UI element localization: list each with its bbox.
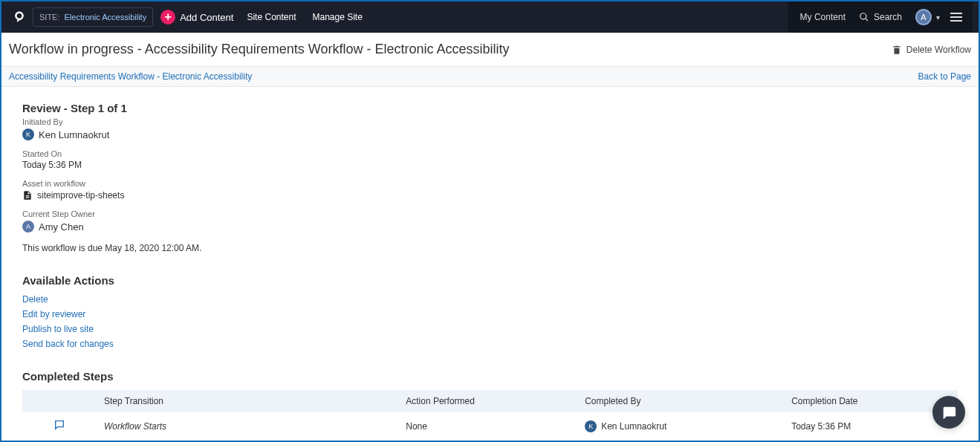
site-prefix: SITE: — [39, 13, 60, 22]
col-action: Action Performed — [398, 390, 577, 412]
topbar: SITE: Electronic Accessibility + Add Con… — [1, 1, 979, 33]
chevron-down-icon[interactable]: ▾ — [936, 13, 940, 22]
search-label: Search — [874, 12, 902, 22]
due-text: This workflow is due May 18, 2020 12:00 … — [22, 243, 958, 253]
completed-steps: Completed Steps Step Transition Action P… — [22, 370, 958, 438]
owner-name: Amy Chen — [39, 221, 84, 233]
hamburger-menu[interactable] — [947, 10, 965, 25]
actions-heading: Available Actions — [22, 274, 958, 287]
nav-site-content[interactable]: Site Content — [247, 12, 296, 22]
steps-heading: Completed Steps — [22, 370, 958, 383]
search-icon — [859, 12, 869, 22]
col-completed-by: Completed By — [577, 390, 784, 412]
chat-widget-button[interactable] — [932, 396, 965, 429]
trash-icon — [892, 45, 902, 55]
owner-label: Current Step Owner — [22, 209, 958, 218]
cell-transition: Workflow Starts — [97, 412, 398, 438]
table-row: Workflow Starts None K Ken Lumnaokrut To… — [22, 412, 958, 438]
delete-workflow-label: Delete Workflow — [906, 45, 971, 55]
asset-name: siteimprove-tip-sheets — [37, 190, 124, 201]
nav-my-content[interactable]: My Content — [800, 12, 846, 22]
user-avatar-owner: A — [22, 221, 34, 233]
delete-workflow-button[interactable]: Delete Workflow — [892, 45, 971, 55]
col-comment — [22, 390, 97, 412]
action-send-back-for-changes[interactable]: Send back for changes — [22, 339, 958, 349]
cell-completed-by: K Ken Lumnaokrut — [577, 412, 784, 438]
cell-date: Today 5:36 PM — [784, 412, 958, 438]
initiated-by-label: Initiated By — [22, 117, 958, 126]
app-logo[interactable] — [12, 10, 27, 25]
file-icon — [22, 190, 33, 201]
content-area: Review - Step 1 of 1 Initiated By K Ken … — [1, 87, 979, 438]
back-to-page-link[interactable]: Back to Page — [918, 71, 971, 82]
add-content-button[interactable]: + Add Content — [160, 10, 233, 25]
search-button[interactable]: Search — [859, 12, 902, 22]
row-user-avatar: K — [585, 420, 597, 432]
asset-link[interactable]: siteimprove-tip-sheets — [22, 190, 958, 201]
add-content-label: Add Content — [180, 12, 233, 23]
available-actions: Available Actions Delete Edit by reviewe… — [22, 274, 958, 349]
titlebar: Workflow in progress - Accessibility Req… — [1, 33, 979, 67]
page-title: Workflow in progress - Accessibility Req… — [9, 42, 892, 57]
asset-label: Asset in workflow — [22, 179, 958, 188]
plus-icon: + — [160, 10, 175, 25]
comment-icon[interactable] — [53, 419, 65, 431]
cell-action: None — [398, 412, 577, 438]
chat-icon — [941, 404, 957, 420]
nav-manage-site[interactable]: Manage Site — [313, 12, 363, 22]
steps-table: Step Transition Action Performed Complet… — [22, 390, 958, 438]
topbar-right: My Content Search A ▾ — [788, 1, 973, 33]
review-heading: Review - Step 1 of 1 — [22, 102, 958, 114]
site-selector[interactable]: SITE: Electronic Accessibility — [33, 7, 153, 27]
breadcrumb-link[interactable]: Accessibility Requirements Workflow - El… — [9, 71, 252, 82]
initiated-by-name: Ken Lumnaokrut — [39, 129, 109, 140]
started-on-value: Today 5:36 PM — [22, 160, 958, 170]
owner-user: A Amy Chen — [22, 221, 958, 233]
site-name: Electronic Accessibility — [65, 13, 147, 22]
initiated-by-user: K Ken Lumnaokrut — [22, 129, 958, 140]
action-delete[interactable]: Delete — [22, 294, 958, 305]
col-transition: Step Transition — [97, 390, 398, 412]
user-avatar-initiator: K — [22, 129, 34, 140]
row-user-name: Ken Lumnaokrut — [601, 421, 666, 432]
col-completion-date: Completion Date — [784, 390, 958, 412]
user-avatar[interactable]: A — [915, 9, 932, 25]
action-edit-by-reviewer[interactable]: Edit by reviewer — [22, 309, 958, 319]
started-on-label: Started On — [22, 149, 958, 158]
action-publish-to-live-site[interactable]: Publish to live site — [22, 324, 958, 334]
breadcrumb-row: Accessibility Requirements Workflow - El… — [1, 67, 979, 87]
